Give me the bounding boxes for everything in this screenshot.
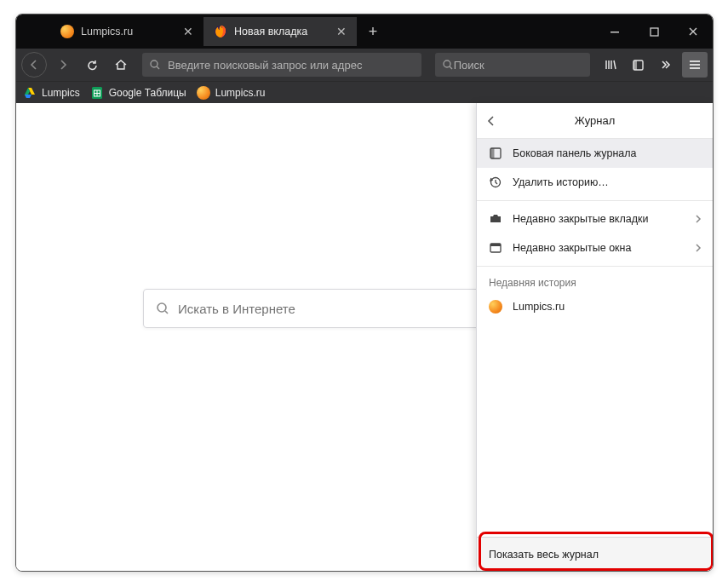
back-button[interactable]	[21, 52, 47, 78]
svg-rect-6	[633, 60, 637, 70]
forward-button[interactable]	[50, 52, 76, 78]
search-bar[interactable]: Поиск	[435, 53, 590, 77]
bookmark-label: Google Таблицы	[109, 87, 186, 99]
bookmark-sheets[interactable]: Google Таблицы	[90, 86, 186, 100]
minimize-button[interactable]	[595, 14, 634, 49]
browser-window: Lumpics.ru ✕ Новая вкладка ✕ + Введите п…	[15, 14, 714, 572]
footer-label: Показать весь журнал	[489, 549, 599, 561]
bookmarks-bar: Lumpics Google Таблицы Lumpics.ru	[16, 81, 713, 103]
newtab-search-placeholder: Искать в Интернете	[178, 302, 295, 316]
lumpics-icon	[197, 86, 210, 100]
item-label: Боковая панель журнала	[513, 147, 637, 159]
svg-rect-1	[610, 32, 619, 33]
svg-point-9	[158, 303, 166, 312]
tab-title: Новая вкладка	[234, 26, 335, 37]
bookmark-lumpicsru[interactable]: Lumpics.ru	[197, 86, 266, 100]
drive-icon	[23, 86, 37, 100]
panel-title: Журнал	[575, 114, 615, 127]
window-controls	[595, 14, 713, 49]
sheets-icon	[90, 86, 104, 100]
favicon-lumpics	[60, 25, 74, 38]
item-label: Недавно закрытые окна	[513, 242, 631, 254]
tab-newtab[interactable]: Новая вкладка ✕	[203, 17, 357, 46]
reload-button[interactable]	[79, 52, 105, 78]
search-icon	[442, 59, 454, 71]
svg-rect-11	[490, 148, 495, 158]
history-entry-label: Lumpics.ru	[513, 301, 565, 313]
library-icon[interactable]	[599, 53, 622, 77]
history-sidebar-item[interactable]: Боковая панель журнала	[477, 139, 713, 168]
overflow-icon[interactable]	[653, 53, 677, 77]
recent-windows-item[interactable]: Недавно закрытые окна	[477, 233, 713, 262]
new-tab-button[interactable]: +	[360, 19, 386, 44]
clear-history-item[interactable]: Удалить историю…	[477, 168, 713, 197]
app-menu-button[interactable]	[682, 52, 708, 78]
show-all-history-button[interactable]: Показать весь журнал	[477, 537, 713, 571]
panel-header: Журнал	[477, 103, 713, 139]
maximize-button[interactable]	[634, 14, 674, 49]
svg-rect-2	[651, 28, 658, 36]
bookmark-label: Lumpics	[42, 87, 80, 99]
history-clear-icon	[489, 176, 502, 189]
sidebar-icon[interactable]	[626, 53, 650, 77]
svg-point-4	[444, 60, 450, 67]
search-placeholder: Поиск	[454, 59, 484, 72]
home-button[interactable]	[108, 52, 134, 78]
url-placeholder: Введите поисковый запрос или адрес	[168, 59, 362, 72]
tabs-icon	[489, 212, 502, 226]
search-icon	[149, 59, 161, 71]
chevron-right-icon	[694, 244, 702, 252]
favicon-firefox	[214, 25, 227, 38]
item-label: Недавно закрытые вкладки	[513, 213, 648, 225]
bookmark-label: Lumpics.ru	[215, 87, 266, 99]
tab-close-icon[interactable]: ✕	[181, 25, 195, 38]
panel-back-button[interactable]	[485, 115, 497, 127]
history-panel: Журнал Боковая панель журнала Удалить ис…	[476, 103, 713, 571]
close-window-button[interactable]	[674, 14, 713, 49]
tab-title: Lumpics.ru	[81, 26, 181, 37]
recent-tabs-item[interactable]: Недавно закрытые вкладки	[477, 204, 713, 233]
bookmark-lumpics[interactable]: Lumpics	[23, 86, 80, 100]
window-icon	[489, 241, 502, 255]
nav-toolbar: Введите поисковый запрос или адрес Поиск	[16, 49, 713, 81]
search-icon	[156, 302, 169, 315]
tab-lumpics[interactable]: Lumpics.ru ✕	[50, 17, 203, 46]
sidebar-panel-icon	[489, 147, 502, 160]
url-bar[interactable]: Введите поисковый запрос или адрес	[142, 53, 421, 77]
svg-rect-14	[490, 244, 501, 246]
tab-close-icon[interactable]: ✕	[335, 25, 348, 38]
recent-history-header: Недавняя история	[477, 270, 713, 292]
tab-strip: Lumpics.ru ✕ Новая вкладка ✕ +	[16, 14, 713, 49]
svg-point-3	[151, 60, 158, 67]
history-entry[interactable]: Lumpics.ru	[477, 292, 713, 321]
lumpics-icon	[489, 300, 502, 314]
item-label: Удалить историю…	[513, 176, 609, 188]
chevron-right-icon	[694, 215, 702, 223]
